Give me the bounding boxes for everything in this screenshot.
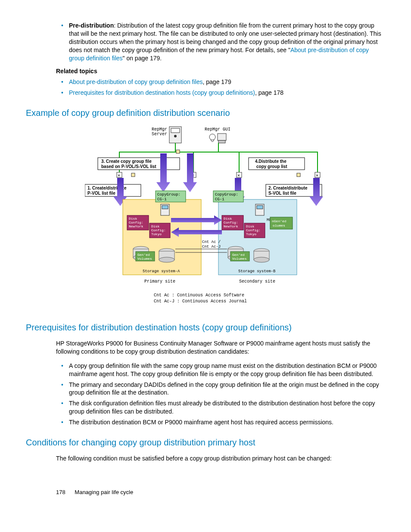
svg-text:olumes: olumes bbox=[273, 224, 285, 227]
repmgr-gui-label: RepMgr GUI bbox=[205, 127, 230, 132]
cnt-ac-label1: Cnt Ac / bbox=[202, 240, 221, 244]
box4-line1: 4.Distribute the bbox=[255, 159, 286, 164]
pre-distribution-body2: " on page 179. bbox=[123, 55, 162, 62]
page-number: 178 bbox=[56, 489, 65, 495]
related-topic-1: About pre-distribution of copy group def… bbox=[69, 78, 385, 86]
svg-text:Disk: Disk bbox=[246, 224, 254, 228]
section2-b2: The primary and secondary DADIDs defined… bbox=[69, 381, 385, 397]
cnt-ac-label2: Cnt Ac-J bbox=[202, 245, 221, 249]
legend-1: Cnt Ac : Continuous Access Software bbox=[154, 293, 244, 298]
svg-text:✕: ✕ bbox=[237, 173, 240, 178]
section2-b1: A copy group definition file with the sa… bbox=[69, 362, 385, 378]
related-topic-2-link[interactable]: Prerequisites for distribution destinati… bbox=[69, 89, 255, 96]
box2-line1: 2. Create/distribute bbox=[268, 186, 308, 190]
chapter-name: Managing pair life cycle bbox=[75, 489, 133, 495]
section2-heading: Prerequisites for distribution destinati… bbox=[26, 322, 385, 333]
cg-b-line2: CG-1 bbox=[215, 197, 224, 202]
pre-distribution-item: Pre-distribution: Distribution of the la… bbox=[69, 22, 385, 62]
box4-line2: copy group list bbox=[256, 164, 287, 169]
svg-point-64 bbox=[159, 257, 174, 262]
svg-rect-4 bbox=[218, 134, 226, 140]
related-topic-2: Prerequisites for distribution destinati… bbox=[69, 89, 385, 97]
svg-text:Config:: Config: bbox=[129, 221, 143, 224]
svg-text:Disk: Disk bbox=[129, 217, 137, 221]
storage-a-label: Storage system-A bbox=[143, 269, 180, 274]
svg-text:✕: ✕ bbox=[118, 173, 120, 178]
cg-b-line1: CopyGroup: bbox=[215, 193, 238, 197]
box3-line2: based on P-VOL/S-VOL list bbox=[101, 164, 156, 169]
related-topic-2-tail: , page 178 bbox=[255, 89, 283, 96]
repmgr-server-label2: Server bbox=[152, 132, 167, 137]
svg-point-3 bbox=[209, 134, 215, 140]
related-topic-1-link[interactable]: About pre-distribution of copy group def… bbox=[69, 78, 203, 85]
svg-rect-19 bbox=[176, 150, 180, 153]
svg-text:nGen'ed: nGen'ed bbox=[272, 219, 286, 223]
cg-a-line1: CopyGroup: bbox=[157, 193, 181, 197]
svg-text:Gen'ed: Gen'ed bbox=[137, 253, 150, 257]
section2-bullets: A copy group definition file with the sa… bbox=[56, 362, 385, 426]
section2-b3: The disk configuration definition files … bbox=[69, 399, 385, 416]
related-topics-list: About pre-distribution of copy group def… bbox=[56, 78, 385, 97]
legend-2: Cnt Ac-J : Continuous Access Journal bbox=[154, 299, 247, 304]
svg-text:Volumes: Volumes bbox=[137, 257, 152, 261]
section3-heading: Conditions for changing copy group distr… bbox=[26, 437, 385, 448]
box2-line2: S-VOL list file bbox=[268, 191, 296, 196]
svg-point-2 bbox=[174, 135, 177, 137]
svg-text:Disk: Disk bbox=[151, 224, 159, 228]
cg-a-line2: CG-1 bbox=[157, 197, 167, 202]
svg-text:Tokyo: Tokyo bbox=[151, 232, 162, 236]
svg-text:Disk: Disk bbox=[224, 217, 232, 221]
storage-b-label: Storage system-B bbox=[238, 269, 276, 274]
section2-intro: HP StorageWorks P9000 for Business Conti… bbox=[56, 339, 385, 356]
svg-rect-1 bbox=[171, 128, 180, 133]
primary-site-label: Primary site bbox=[144, 279, 175, 284]
intro-bullet-list: Pre-distribution: Distribution of the la… bbox=[56, 22, 385, 62]
svg-text:Config:: Config: bbox=[151, 228, 166, 232]
svg-rect-18 bbox=[131, 173, 135, 177]
box3-line1: 3. Create copy group file bbox=[101, 159, 152, 164]
page-footer: 178 Managing pair life cycle bbox=[56, 488, 385, 496]
svg-text:Gen'ed: Gen'ed bbox=[232, 253, 245, 257]
svg-rect-35 bbox=[162, 205, 168, 209]
related-topic-1-tail: , page 179 bbox=[203, 78, 231, 85]
distribution-diagram: RepMgr Server RepMgr GUI ✕ ✕ ✕ ✕ 3. Crea… bbox=[26, 124, 385, 311]
repmgr-server-label: RepMgr bbox=[152, 127, 167, 132]
section2-b4: The distribution destination BCM or P900… bbox=[69, 418, 385, 426]
svg-point-73 bbox=[254, 257, 269, 262]
svg-text:NewYork: NewYork bbox=[224, 224, 238, 228]
svg-rect-5 bbox=[218, 140, 225, 143]
svg-text:Config:: Config: bbox=[246, 228, 261, 232]
related-topics-heading: Related topics bbox=[56, 67, 385, 75]
pre-distribution-term: Pre-distribution bbox=[69, 22, 114, 29]
svg-text:Volumes: Volumes bbox=[232, 257, 247, 261]
box1-line2: P-VOL list file bbox=[87, 191, 115, 196]
svg-text:NewYork: NewYork bbox=[129, 224, 143, 228]
svg-text:Tokyo: Tokyo bbox=[246, 232, 256, 236]
section1-heading: Example of copy group definition distrib… bbox=[26, 107, 385, 119]
svg-rect-37 bbox=[257, 205, 263, 209]
section3-body: The following condition must be satisfie… bbox=[56, 454, 385, 463]
svg-rect-20 bbox=[297, 173, 300, 177]
secondary-site-label: Secondary site bbox=[239, 279, 275, 284]
svg-text:Config:: Config: bbox=[224, 221, 238, 224]
svg-text:✕: ✕ bbox=[316, 173, 318, 178]
